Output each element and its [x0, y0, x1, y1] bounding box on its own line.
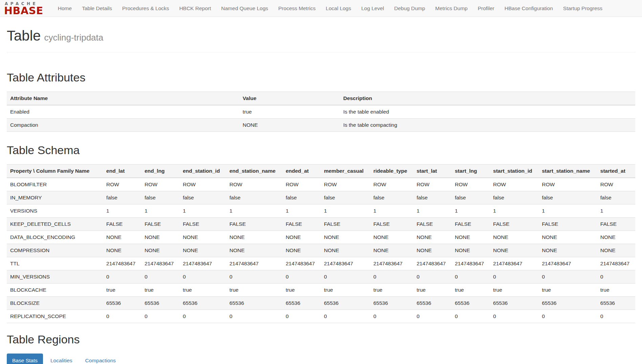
attribute-description-cell: Is the table compacting [340, 118, 635, 131]
schema-value-cell: ROW [103, 178, 141, 191]
schema-value-cell: NONE [597, 231, 635, 244]
schema-value-cell: 65536 [141, 297, 179, 310]
schema-property-cell: DATA_BLOCK_ENCODING [7, 231, 103, 244]
nav-item: Metrics Dump [430, 0, 473, 17]
column-header-family: rideable_type [370, 165, 413, 178]
hbase-logo[interactable]: APACHE HBASE [4, 1, 43, 16]
schema-row: BLOOMFILTERROWROWROWROWROWROWROWROWROWRO… [7, 178, 635, 191]
nav-link-procedures-locks[interactable]: Procedures & Locks [117, 0, 174, 17]
schema-property-cell: MIN_VERSIONS [7, 270, 103, 284]
schema-value-cell: NONE [538, 231, 597, 244]
column-header-family: end_lat [103, 165, 141, 178]
nav-link-debug-dump[interactable]: Debug Dump [389, 0, 430, 17]
nav-link-startup-progress[interactable]: Startup Progress [558, 0, 607, 17]
nav-item: HBCK Report [174, 0, 216, 17]
schema-value-cell: 0 [320, 270, 370, 284]
schema-value-cell: false [451, 191, 490, 204]
nav-link-log-level[interactable]: Log Level [356, 0, 389, 17]
schema-value-cell: false [226, 191, 282, 204]
column-header-property: Property \ Column Family Name [7, 165, 103, 178]
schema-value-cell: 65536 [370, 297, 413, 310]
schema-value-cell: FALSE [538, 218, 597, 231]
schema-value-cell: NONE [451, 231, 490, 244]
attribute-row: CompactionNONEIs the table compacting [7, 118, 635, 131]
tab-localities[interactable]: Localities [45, 354, 78, 364]
schema-row: VERSIONS111111111111 [7, 204, 635, 218]
schema-property-cell: BLOOMFILTER [7, 178, 103, 191]
schema-value-cell: 2147483647 [320, 257, 370, 270]
schema-value-cell: 0 [413, 270, 451, 284]
schema-value-cell: 2147483647 [490, 257, 538, 270]
regions-tab: Localities [45, 354, 78, 364]
nav-link-process-metrics[interactable]: Process Metrics [273, 0, 320, 17]
schema-property-cell: BLOCKSIZE [7, 297, 103, 310]
schema-value-cell: true [370, 284, 413, 297]
schema-value-cell: true [490, 284, 538, 297]
schema-value-cell: 1 [226, 204, 282, 218]
schema-value-cell: 0 [490, 310, 538, 323]
nav-item: Procedures & Locks [117, 0, 174, 17]
regions-tabs: Base StatsLocalitiesCompactions [7, 354, 635, 364]
nav-item: Startup Progress [558, 0, 607, 17]
nav-item: Table Details [77, 0, 117, 17]
nav-link-home[interactable]: Home [53, 0, 77, 17]
nav-link-table-details[interactable]: Table Details [77, 0, 117, 17]
nav-link-profiler[interactable]: Profiler [473, 0, 500, 17]
page-title-text: Table [7, 28, 41, 44]
nav-link-hbck-report[interactable]: HBCK Report [174, 0, 216, 17]
schema-row: REPLICATION_SCOPE000000000000 [7, 310, 635, 323]
page-title: Tablecycling-tripdata [7, 26, 635, 46]
schema-value-cell: 0 [226, 270, 282, 284]
column-header-family: end_station_id [179, 165, 226, 178]
schema-value-cell: FALSE [451, 218, 490, 231]
schema-header-row: Property \ Column Family Name end_latend… [7, 165, 635, 178]
schema-value-cell: NONE [320, 244, 370, 257]
schema-value-cell: 0 [597, 270, 635, 284]
schema-value-cell: 2147483647 [226, 257, 282, 270]
nav-link-local-logs[interactable]: Local Logs [321, 0, 356, 17]
nav-link-metrics-dump[interactable]: Metrics Dump [430, 0, 473, 17]
schema-value-cell: ROW [320, 178, 370, 191]
schema-value-cell: 65536 [103, 297, 141, 310]
nav-link-named-queue-logs[interactable]: Named Queue Logs [216, 0, 273, 17]
schema-heading: Table Schema [7, 142, 635, 158]
schema-value-cell: 65536 [490, 297, 538, 310]
nav-link-hbase-configuration[interactable]: HBase Configuration [500, 0, 558, 17]
schema-value-cell: true [141, 284, 179, 297]
tab-base-stats[interactable]: Base Stats [7, 354, 43, 364]
schema-value-cell: 65536 [320, 297, 370, 310]
nav-item: Named Queue Logs [216, 0, 273, 17]
tab-compactions[interactable]: Compactions [80, 354, 121, 364]
attribute-value-cell: NONE [239, 118, 340, 131]
regions-heading: Table Regions [7, 331, 635, 347]
schema-value-cell: 0 [282, 310, 320, 323]
schema-row: DATA_BLOCK_ENCODINGNONENONENONENONENONEN… [7, 231, 635, 244]
schema-value-cell: 2147483647 [370, 257, 413, 270]
schema-value-cell: false [179, 191, 226, 204]
schema-value-cell: 0 [370, 310, 413, 323]
schema-value-cell: false [103, 191, 141, 204]
attributes-heading: Table Attributes [7, 69, 635, 86]
schema-value-cell: 0 [538, 310, 597, 323]
schema-value-cell: NONE [490, 244, 538, 257]
title-divider [7, 52, 635, 52]
page-content: Tablecycling-tripdata Table Attributes A… [0, 26, 642, 364]
schema-row: KEEP_DELETED_CELLSFALSEFALSEFALSEFALSEFA… [7, 218, 635, 231]
column-header-family: end_station_name [226, 165, 282, 178]
schema-value-cell: true [320, 284, 370, 297]
schema-row: TTL2147483647214748364721474836472147483… [7, 257, 635, 270]
table-attributes: Attribute Name Value Description Enabled… [7, 92, 635, 132]
schema-value-cell: FALSE [370, 218, 413, 231]
schema-value-cell: 0 [282, 270, 320, 284]
schema-value-cell: FALSE [413, 218, 451, 231]
schema-value-cell: ROW [370, 178, 413, 191]
nav-item: Log Level [356, 0, 389, 17]
schema-value-cell: 0 [597, 310, 635, 323]
schema-value-cell: 0 [141, 270, 179, 284]
nav-item: Local Logs [321, 0, 356, 17]
nav-item: Process Metrics [273, 0, 320, 17]
schema-value-cell: NONE [413, 231, 451, 244]
schema-value-cell: 0 [179, 270, 226, 284]
schema-value-cell: 2147483647 [179, 257, 226, 270]
schema-property-cell: TTL [7, 257, 103, 270]
